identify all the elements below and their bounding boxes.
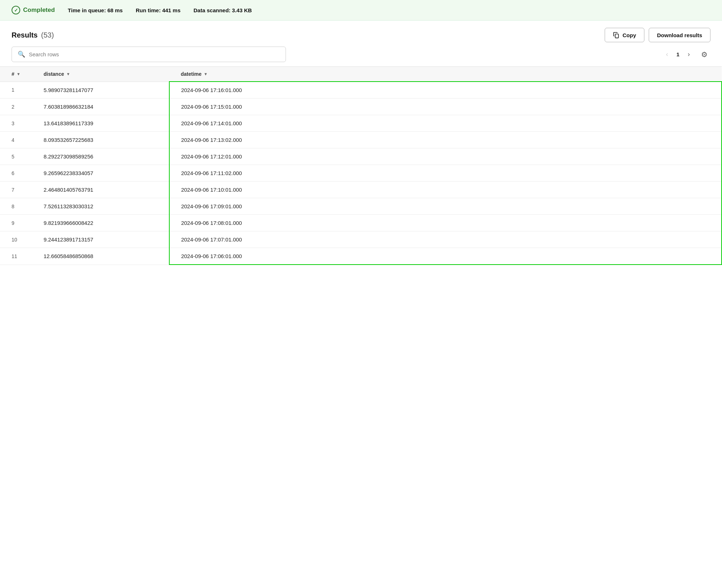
cell-rownum: 4 (0, 132, 32, 148)
table-row: 15.9890732811470772024-09-06 17:16:01.00… (0, 82, 722, 99)
table-row: 69.2659622383340572024-09-06 17:11:02.00… (0, 165, 722, 182)
prev-page-button[interactable]: ‹ (661, 49, 673, 60)
cell-datetime: 2024-09-06 17:09:01.000 (169, 198, 722, 215)
cell-distance: 12.66058486850868 (32, 248, 169, 265)
cell-datetime: 2024-09-06 17:06:01.000 (169, 248, 722, 265)
cell-datetime: 2024-09-06 17:08:01.000 (169, 215, 722, 231)
cell-rownum: 3 (0, 115, 32, 132)
cell-rownum: 1 (0, 82, 32, 99)
col-label-datetime: datetime (181, 71, 202, 77)
status-completed: ✓ Completed (12, 6, 55, 14)
status-label: Completed (23, 6, 55, 14)
cell-rownum: 10 (0, 231, 32, 248)
results-header: Results (53) Copy Download results (0, 21, 722, 47)
download-results-button[interactable]: Download results (649, 28, 710, 42)
cell-datetime: 2024-09-06 17:14:01.000 (169, 115, 722, 132)
page-number: 1 (677, 51, 679, 57)
copy-button[interactable]: Copy (605, 28, 644, 42)
cell-rownum: 6 (0, 165, 32, 182)
cell-datetime: 2024-09-06 17:07:01.000 (169, 231, 722, 248)
data-scanned-value: 3.43 KB (232, 7, 252, 13)
table-row: 27.6038189866321842024-09-06 17:15:01.00… (0, 99, 722, 115)
sort-arrow-rownum: ▼ (17, 72, 21, 76)
table-row: 58.2922730985892562024-09-06 17:12:01.00… (0, 148, 722, 165)
sort-arrow-datetime: ▼ (204, 72, 208, 76)
table-settings-button[interactable]: ⚙ (698, 48, 710, 61)
run-time-value: 441 ms (162, 7, 180, 13)
col-header-distance[interactable]: distance ▼ (32, 67, 169, 82)
cell-distance: 2.464801405763791 (32, 182, 169, 198)
search-wrapper: 🔍 (12, 47, 286, 62)
cell-datetime: 2024-09-06 17:11:02.000 (169, 165, 722, 182)
table-row: 109.2441238917131572024-09-06 17:07:01.0… (0, 231, 722, 248)
svg-rect-0 (616, 34, 619, 38)
copy-label: Copy (622, 32, 636, 38)
cell-rownum: 11 (0, 248, 32, 265)
table-row: 48.0935326572256832024-09-06 17:13:02.00… (0, 132, 722, 148)
data-scanned-label: Data scanned: (193, 7, 231, 13)
time-in-queue-stat: Time in queue:68 ms (66, 7, 123, 13)
cell-datetime: 2024-09-06 17:12:01.000 (169, 148, 722, 165)
pagination-controls: ‹ 1 › ⚙ (661, 48, 710, 61)
col-label-rownum: # (12, 71, 14, 77)
cell-distance: 7.526113283030312 (32, 198, 169, 215)
search-input[interactable] (29, 51, 280, 57)
results-table: # ▼ distance ▼ datetime ▼ (0, 66, 722, 265)
cell-rownum: 5 (0, 148, 32, 165)
cell-datetime: 2024-09-06 17:10:01.000 (169, 182, 722, 198)
cell-distance: 8.093532657225683 (32, 132, 169, 148)
status-bar: ✓ Completed Time in queue:68 ms Run time… (0, 0, 722, 21)
cell-datetime: 2024-09-06 17:16:01.000 (169, 82, 722, 99)
cell-distance: 9.244123891713157 (32, 231, 169, 248)
sort-arrow-distance: ▼ (66, 72, 70, 76)
cell-distance: 5.989073281147077 (32, 82, 169, 99)
time-in-queue-label: Time in queue: (68, 7, 106, 13)
cell-rownum: 2 (0, 99, 32, 115)
run-time-label: Run time: (136, 7, 161, 13)
table-row: 1112.660584868508682024-09-06 17:06:01.0… (0, 248, 722, 265)
cell-datetime: 2024-09-06 17:13:02.000 (169, 132, 722, 148)
cell-distance: 8.292273098589256 (32, 148, 169, 165)
data-scanned-stat: Data scanned:3.43 KB (192, 7, 252, 13)
table-row: 72.4648014057637912024-09-06 17:10:01.00… (0, 182, 722, 198)
cell-rownum: 9 (0, 215, 32, 231)
next-page-button[interactable]: › (683, 49, 695, 60)
cell-rownum: 7 (0, 182, 32, 198)
col-label-distance: distance (44, 71, 64, 77)
results-actions: Copy Download results (605, 28, 710, 42)
results-count: (53) (41, 31, 54, 39)
check-circle-icon: ✓ (12, 6, 20, 14)
table-row: 99.8219396660084222024-09-06 17:08:01.00… (0, 215, 722, 231)
cell-distance: 9.265962238334057 (32, 165, 169, 182)
run-time-stat: Run time:441 ms (134, 7, 180, 13)
cell-datetime: 2024-09-06 17:15:01.000 (169, 99, 722, 115)
table-header: # ▼ distance ▼ datetime ▼ (0, 67, 722, 82)
table-row: 313.641838961173392024-09-06 17:14:01.00… (0, 115, 722, 132)
cell-distance: 9.821939666008422 (32, 215, 169, 231)
col-header-rownum[interactable]: # ▼ (0, 67, 32, 82)
search-container: 🔍 ‹ 1 › ⚙ (0, 47, 722, 66)
cell-distance: 13.64183896117339 (32, 115, 169, 132)
table-wrapper: # ▼ distance ▼ datetime ▼ (0, 66, 722, 265)
time-in-queue-value: 68 ms (107, 7, 123, 13)
search-icon: 🔍 (18, 51, 25, 58)
download-label: Download results (657, 32, 702, 38)
copy-icon (613, 32, 619, 38)
results-title: Results (53) (12, 31, 54, 39)
cell-rownum: 8 (0, 198, 32, 215)
table-body: 15.9890732811470772024-09-06 17:16:01.00… (0, 82, 722, 265)
results-label: Results (12, 31, 38, 39)
table-row: 87.5261132830303122024-09-06 17:09:01.00… (0, 198, 722, 215)
col-header-datetime[interactable]: datetime ▼ (169, 67, 722, 82)
cell-distance: 7.603818986632184 (32, 99, 169, 115)
